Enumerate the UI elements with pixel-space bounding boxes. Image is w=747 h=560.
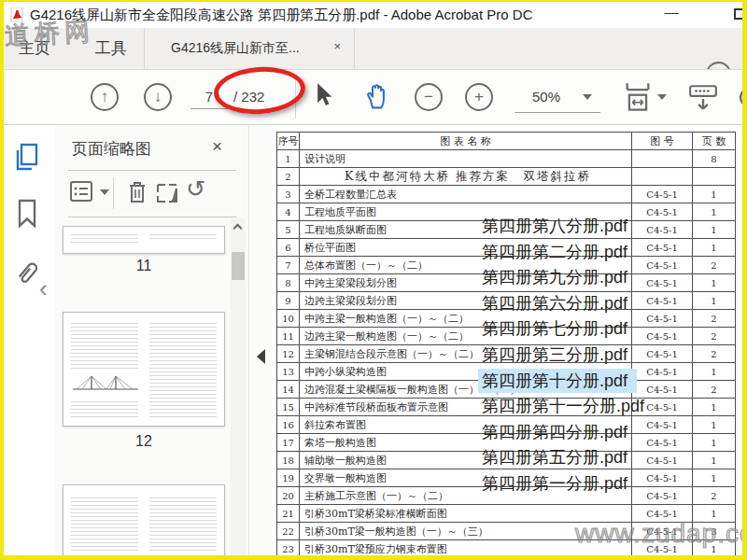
page-count: 1 [693, 203, 736, 221]
drawing-tool-icon[interactable] [736, 85, 747, 109]
page-count: 1 [693, 274, 736, 292]
overlay-annotation: 第四册第一分册.pdf [482, 471, 627, 496]
page-count: 1 [693, 186, 736, 203]
thumbnails-panel: 页面缩略图 × ↻ [55, 125, 248, 556]
tab-document[interactable]: G4216线屏山新市至... × [144, 28, 355, 69]
options-caret-icon[interactable] [100, 189, 109, 195]
drawing-code: C4-5-1 [632, 203, 693, 221]
overlay-annotation: 第四册第十一分册.pdf [482, 394, 644, 418]
drawing-code: C4-5-1 [632, 186, 693, 203]
tab-tools[interactable]: 工具 [82, 28, 140, 69]
attachments-panel-icon[interactable] [13, 258, 41, 289]
row-number: 14 [277, 381, 300, 399]
maximize-button[interactable] [734, 8, 747, 20]
page-thumbnail[interactable] [63, 484, 225, 556]
row-number: 19 [277, 469, 300, 487]
fit-dropdown-caret-icon[interactable] [657, 94, 667, 100]
row-number: 21 [277, 505, 300, 523]
acrobat-logo-icon [10, 7, 25, 22]
select-tool-icon[interactable] [312, 82, 334, 108]
page-thumbnail[interactable] [63, 312, 225, 427]
thumbnails-scrollbar[interactable] [231, 218, 246, 556]
table-header-row: 序号 图 表 名 称 图 号 页 数 [277, 133, 736, 150]
previous-page-button[interactable]: ↑ [91, 83, 119, 111]
drawing-code: C4-5-1 [632, 363, 693, 381]
row-number: 13 [277, 363, 300, 381]
page-count: 1 [693, 239, 736, 257]
bookmarks-panel-icon[interactable] [13, 198, 41, 230]
delete-pages-icon[interactable] [126, 179, 148, 205]
table-row: 22引桥30mT梁一般构造图（一）～（三）C4-5-13 [277, 523, 736, 540]
page-count: 2 [693, 328, 736, 345]
drawing-name: 引桥30mT梁预应力钢束布置图 [300, 540, 632, 557]
row-number: 17 [277, 434, 300, 452]
thumbnail-page-number: 12 [63, 433, 225, 450]
next-page-button[interactable]: ↓ [144, 83, 172, 111]
drawing-code: C4-5-1 [632, 523, 693, 540]
page-thumbnails-panel-icon[interactable] [13, 142, 41, 174]
row-number: 5 [277, 221, 300, 239]
page-count: 1 [693, 505, 736, 523]
overlay-annotation-highlighted: 第四册第十分册.pdf [478, 369, 637, 393]
row-number: 12 [277, 345, 300, 363]
page-count: 2 [693, 257, 736, 274]
row-number: 3 [277, 186, 300, 203]
header-name: 图 表 名 称 [300, 133, 632, 150]
page-count: 1 [693, 292, 736, 310]
panel-close-icon[interactable]: × [212, 136, 222, 157]
drawing-code [632, 150, 693, 168]
row-number: 15 [277, 399, 300, 416]
minimize-button[interactable]: — [657, 2, 685, 26]
drawing-name: 引桥30mT梁一般构造图（一）～（三） [300, 523, 632, 540]
overlay-annotation: 第四册第七分册.pdf [482, 316, 627, 341]
row-number: 4 [277, 203, 300, 221]
drawing-code [632, 168, 693, 186]
row-number: 9 [277, 292, 300, 310]
collapse-panel-icon[interactable] [257, 349, 265, 364]
drawing-code: C4-5-1 [632, 487, 693, 505]
zoom-level-value[interactable]: 50% [517, 89, 575, 105]
drawing-code: C4-5-1 [632, 257, 693, 274]
thumbnail-options-icon[interactable] [70, 181, 96, 203]
row-number: 1 [277, 150, 300, 168]
rotate-pages-icon[interactable]: ↻ [186, 175, 205, 203]
drawing-code: C4-5-1 [632, 540, 693, 557]
hand-tool-icon[interactable] [364, 82, 389, 110]
row-number: 18 [277, 452, 300, 469]
fit-width-icon[interactable] [624, 81, 652, 113]
table-row: 3全桥工程数量汇总表C4-5-11 [277, 186, 736, 203]
tab-home[interactable]: 主页 [7, 28, 62, 69]
table-row: 23引桥30mT梁预应力钢束布置图C4-5-11 [277, 540, 736, 557]
drawing-code: C4-5-1 [632, 239, 693, 257]
table-row: 1设计说明8 [277, 150, 736, 168]
drawing-code: C4-5-1 [632, 452, 693, 469]
table-row: 2K线中都河特大桥 推荐方案 双塔斜拉桥 [277, 168, 736, 186]
thumbnail-page-number: 11 [63, 258, 225, 274]
drawing-code: C4-5-1 [632, 416, 693, 434]
zoom-in-button[interactable]: + [465, 83, 493, 111]
panel-splitter[interactable] [248, 125, 272, 556]
tab-bar: 主页 工具 G4216线屏山新市至... × ? [4, 28, 742, 69]
tab-close-icon[interactable]: × [333, 39, 341, 53]
row-number: 20 [277, 487, 300, 505]
row-number: 11 [277, 328, 300, 345]
drawing-code: C4-5-1 [632, 434, 693, 452]
zoom-out-button[interactable]: − [415, 83, 443, 111]
extract-pages-icon[interactable] [156, 181, 182, 205]
bridge-diagram [71, 372, 140, 393]
scrollbar-thumb[interactable] [232, 252, 245, 280]
page-count: 2 [693, 310, 736, 328]
table-row: 21引桥30mT梁桥梁标准横断面图C4-5-11 [277, 505, 736, 523]
page-count-label: / 232 [233, 89, 264, 105]
panel-title: 页面缩略图 [72, 138, 151, 160]
row-number: 16 [277, 416, 300, 434]
scroll-up-icon[interactable] [231, 218, 246, 235]
page-count: 1 [693, 399, 736, 416]
overlay-annotation: 第四册第四分册.pdf [482, 420, 627, 444]
collapse-toolbar-icon[interactable] [688, 83, 718, 113]
page-thumbnail[interactable] [63, 226, 225, 254]
page-number-input[interactable] [190, 85, 228, 109]
drawing-code: C4-5-1 [632, 328, 693, 345]
zoom-dropdown-caret-icon[interactable] [583, 94, 592, 100]
overlay-annotation: 第四册第五分册.pdf [482, 445, 627, 469]
